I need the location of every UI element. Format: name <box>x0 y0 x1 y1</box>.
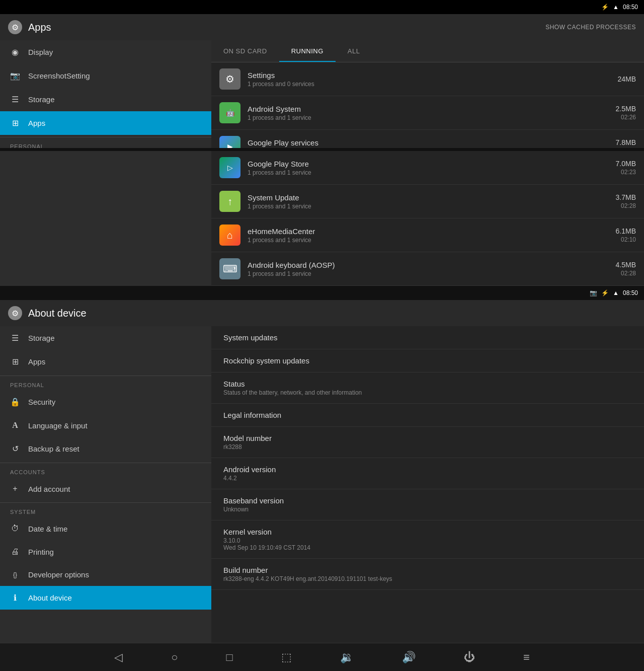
about-model[interactable]: Model number rk3288 <box>211 427 644 458</box>
sidebar-item-backup2[interactable]: ↺ Backup & reset <box>0 437 211 461</box>
datetime2-icon: ⏱ <box>10 524 20 533</box>
sidebar-item-screenshot[interactable]: 📷 ScreenshotSetting <box>0 64 211 88</box>
sidebar-item-developer[interactable]: {} Developer options <box>0 563 211 586</box>
power-button[interactable]: ⏻ <box>460 647 479 668</box>
app-name-android-system: Android System <box>248 105 609 113</box>
sidebar-item-language2[interactable]: A Language & input <box>0 414 211 437</box>
language2-icon: A <box>10 421 20 430</box>
sidebar-divider-3 <box>0 463 211 463</box>
app-stats-system-update: 3.7MB 02:28 <box>616 193 636 209</box>
app-info-play-store: Google Play Store 1 process and 1 servic… <box>248 160 609 176</box>
apps2-icon: ⊞ <box>10 357 20 366</box>
app-item-keyboard[interactable]: ⌨ Android keyboard (AOSP) 1 process and … <box>211 252 644 286</box>
add-account2-icon: + <box>10 484 20 493</box>
about-status-title: Status <box>223 380 632 388</box>
app-sub-android-system: 1 process and 1 service <box>248 114 609 121</box>
screenshot-icon: 📷 <box>10 71 20 81</box>
about-system-updates[interactable]: System updates <box>211 326 644 349</box>
back-button[interactable]: ◁ <box>110 647 127 668</box>
volume-up-button[interactable]: 🔊 <box>398 647 420 668</box>
app-item-ehome[interactable]: ⌂ eHomeMediaCenter 1 process and 1 servi… <box>211 218 644 252</box>
app-stats-settings: 24MB <box>617 75 636 83</box>
app-time-system-update: 02:28 <box>616 202 636 209</box>
sidebar-label-language2: Language & input <box>28 421 88 430</box>
developer-icon: {} <box>10 571 20 578</box>
about-panel-row: ☰ Storage ⊞ Apps PERSONAL 🔒 Security A L… <box>0 326 644 643</box>
app-name-play-services-1: Google Play services <box>248 138 609 147</box>
app-size-keyboard: 4.5MB <box>616 261 636 269</box>
app-size-ehome: 6.1MB <box>616 227 636 235</box>
about-build-title: Build number <box>223 566 632 574</box>
sidebar-item-security2[interactable]: 🔒 Security <box>0 390 211 414</box>
app-name-settings: Settings <box>248 71 610 80</box>
top-time: 08:50 <box>623 4 638 11</box>
tab-running[interactable]: RUNNING <box>279 41 336 62</box>
about-header-icon: ⚙ <box>8 306 22 320</box>
app-info-android-system: Android System 1 process and 1 service <box>248 105 609 121</box>
about-rockchip-updates-title: Rockchip system updates <box>223 356 632 365</box>
about-legal[interactable]: Legal information <box>211 404 644 427</box>
app-stats-keyboard: 4.5MB 02:28 <box>616 261 636 277</box>
app-time-ehome: 02:10 <box>616 236 636 243</box>
apps-continuation: ▷ Google Play Store 1 process and 1 serv… <box>0 151 644 286</box>
about-build[interactable]: Build number rk3288-eng 4.4.2 KOT49H eng… <box>211 559 644 590</box>
sidebar-divider-4 <box>0 502 211 503</box>
apps-main: ON SD CARD RUNNING ALL ⚙ Settings 1 proc… <box>211 40 644 148</box>
sidebar-item-apps2[interactable]: ⊞ Apps <box>0 350 211 374</box>
app-item-play-store[interactable]: ▷ Google Play Store 1 process and 1 serv… <box>211 151 644 185</box>
app-icon-keyboard: ⌨ <box>219 258 240 279</box>
sidebar-item-printing[interactable]: 🖨 Printing <box>0 540 211 563</box>
sidebar-label-apps: Apps <box>28 119 45 127</box>
sidebar-item-display[interactable]: ◉ Display <box>0 40 211 64</box>
tab-all[interactable]: ALL <box>336 41 372 62</box>
app-item-android-system[interactable]: 🤖 Android System 1 process and 1 service… <box>211 96 644 130</box>
apps-header-title: Apps <box>28 22 51 33</box>
sidebar-item-datetime2[interactable]: ⏱ Date & time <box>0 517 211 540</box>
app-time-keyboard: 02:28 <box>616 270 636 277</box>
accounts-section-label2: ACCOUNTS <box>0 465 211 477</box>
home-button[interactable]: ○ <box>167 647 182 668</box>
tab-on-sd-card[interactable]: ON SD CARD <box>211 41 279 62</box>
menu-button[interactable]: ≡ <box>519 647 534 668</box>
sidebar-label-backup2: Backup & reset <box>28 444 79 453</box>
volume-down-button[interactable]: 🔉 <box>336 647 358 668</box>
about-status[interactable]: Status Status of the battery, network, a… <box>211 372 644 404</box>
sep-screenshot-icon: 📷 <box>590 289 597 296</box>
about-header: ⚙ About device <box>0 300 644 326</box>
app-info-ehome: eHomeMediaCenter 1 process and 1 service <box>248 227 609 244</box>
app-sub-settings: 1 process and 0 services <box>248 81 610 88</box>
backup2-icon: ↺ <box>10 444 20 454</box>
screenshot-button[interactable]: ⬚ <box>277 647 296 668</box>
sidebar-item-add-account2[interactable]: + Add account <box>0 477 211 500</box>
sidebar-label-storage: Storage <box>28 95 55 104</box>
apps-main-cont: ▷ Google Play Store 1 process and 1 serv… <box>211 151 644 286</box>
about-kernel[interactable]: Kernel version 3.10.0Wed Sep 10 19:10:49… <box>211 520 644 559</box>
sidebar-item-storage[interactable]: ☰ Storage <box>0 88 211 111</box>
about-android-version[interactable]: Android version 4.4.2 <box>211 458 644 489</box>
sidebar-label-printing: Printing <box>28 548 54 556</box>
app-info-settings: Settings 1 process and 0 services <box>248 71 610 88</box>
screen-wrapper: ⚡ ▲ 08:50 ⚙ Apps SHOW CACHED PROCESSES ◉… <box>0 0 644 671</box>
sidebar-item-apps[interactable]: ⊞ Apps <box>0 111 211 135</box>
recents-button[interactable]: □ <box>222 647 237 668</box>
top-status-bar: ⚡ ▲ 08:50 <box>0 0 644 14</box>
bottom-panel: ⚙ About device ☰ Storage ⊞ Apps PERSONAL… <box>0 300 644 643</box>
about-icon: ℹ <box>10 593 20 603</box>
sidebar-divider-1 <box>0 137 211 137</box>
sidebar-label-screenshot: ScreenshotSetting <box>28 71 90 80</box>
app-time-android-system: 02:26 <box>616 114 636 121</box>
wifi-icon: ▲ <box>613 4 619 11</box>
app-sub-play-store: 1 process and 1 service <box>248 169 609 176</box>
sep-time: 08:50 <box>623 289 638 296</box>
app-item-system-update[interactable]: ↑ System Update 1 process and 1 service … <box>211 185 644 218</box>
about-baseband[interactable]: Baseband version Unknown <box>211 489 644 520</box>
show-cached-btn[interactable]: SHOW CACHED PROCESSES <box>545 24 636 31</box>
app-size-system-update: 3.7MB <box>616 193 636 201</box>
sidebar-item-storage2[interactable]: ☰ Storage <box>0 326 211 350</box>
about-rockchip-updates[interactable]: Rockchip system updates <box>211 349 644 372</box>
app-item-settings[interactable]: ⚙ Settings 1 process and 0 services 24MB <box>211 62 644 96</box>
sidebar-item-about[interactable]: ℹ About device <box>0 586 211 610</box>
apps-header: ⚙ Apps SHOW CACHED PROCESSES <box>0 14 644 40</box>
app-sub-ehome: 1 process and 1 service <box>248 237 609 244</box>
app-name-system-update: System Update <box>248 193 609 202</box>
